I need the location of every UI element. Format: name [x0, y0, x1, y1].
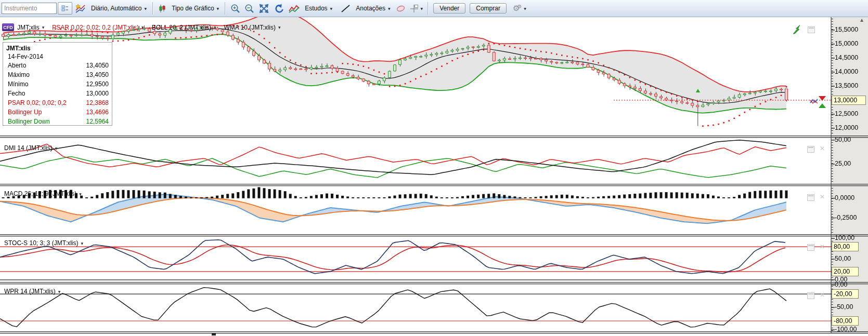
axis-label: 14,5000 [835, 54, 858, 61]
quick-trade-bolt-icon[interactable] [791, 24, 804, 34]
wpr-panel-dropdown[interactable]: WPR 14 (JMT:xlis) ▼ [4, 288, 60, 295]
wma-study-dropdown[interactable]: WMA 10 (JMT:xlis) ▼ [224, 24, 281, 31]
ohlc-tooltip: JMT:xlis 14-Fev-2014 Aberto13,4050Máximo… [3, 42, 112, 126]
dmi-panel-title: DMI 14 (JMT:xlis) [4, 144, 53, 152]
tooltip-date: 14-Fev-2014 [3, 52, 112, 61]
chevron-down-icon: ▼ [217, 7, 219, 10]
price-alert-icon [810, 98, 818, 105]
axis-price-tag: -20,00 [832, 289, 859, 299]
boll-study-dropdown[interactable]: BOLL 20; 2 (JMT:xlis) ▼ [152, 24, 216, 31]
toolbar-separator [152, 2, 153, 15]
chevron-down-icon: ▼ [81, 241, 83, 245]
axis-price-tag: -80,00 [832, 316, 859, 326]
chevron-down-icon: ▼ [330, 7, 333, 10]
chart-canvas[interactable] [0, 0, 868, 336]
crosshair-tool-icon[interactable] [410, 4, 419, 13]
axis-label: -50,00 [835, 303, 853, 311]
toolbar-separator [427, 2, 429, 15]
buy-button[interactable]: Comprar [470, 3, 507, 14]
chevron-down-icon[interactable]: ▼ [524, 7, 526, 10]
instrument-list-button[interactable] [58, 2, 72, 15]
close-panel-icon[interactable]: ✕ [820, 146, 825, 152]
close-panel-icon[interactable]: ✕ [820, 292, 825, 298]
instrument-search-input[interactable] [2, 3, 57, 14]
chevron-down-icon: ▼ [55, 146, 58, 150]
restore-panel-icon[interactable] [807, 244, 814, 251]
toolbar-separator [225, 2, 226, 15]
psar-study-dropdown[interactable]: PSAR 0,02; 0,02; 0,2 (JMT:xlis) ▼ [52, 24, 144, 31]
trendline-tool-icon[interactable] [341, 4, 351, 13]
studies-lines-icon [289, 4, 300, 13]
restore-panel-icon[interactable] [807, 292, 814, 299]
chevron-down-icon: ▼ [144, 7, 147, 10]
instrument-list-icon [61, 5, 69, 12]
axis-price-tag: 13,0000 [832, 96, 866, 105]
zoom-in-icon[interactable] [230, 4, 240, 14]
restore-panel-icon[interactable] [807, 146, 814, 153]
studies-dropdown[interactable]: Estudos ▼ [305, 5, 332, 12]
sell-price-marker-icon[interactable] [819, 96, 826, 101]
wpr-panel-title: WPR 14 (JMT:xlis) [4, 288, 56, 295]
axis-label: -100,00 [835, 326, 857, 333]
collapse-axis-icon[interactable]: ▲ [860, 18, 863, 22]
boll-study-label: BOLL 20; 2 (JMT:xlis) [152, 24, 211, 31]
tooltip-row: Bollinger Down12,5964 [3, 117, 112, 126]
wma-study-label: WMA 10 (JMT:xlis) [224, 24, 276, 31]
tooltip-symbol: JMT:xlis [3, 44, 112, 52]
pan-move-icon[interactable] [258, 4, 269, 14]
axis-label: 15,5000 [835, 26, 858, 33]
axis-label: 14,0000 [835, 68, 858, 75]
axis-label: 50,00 [835, 136, 851, 143]
annotations-dropdown[interactable]: Anotações ▼ [356, 5, 390, 12]
axis-label: 50,00 [835, 255, 851, 262]
axis-label: 0,0000 [835, 194, 854, 201]
main-chart-header: CFD JMT:xlis ▼ PSAR 0,02; 0,02; 0,2 (JMT… [2, 23, 286, 31]
axis-label: 0,00 [835, 281, 847, 288]
tooltip-row: Aberto13,4050 [3, 61, 112, 70]
restore-panel-icon[interactable] [808, 26, 815, 33]
tooltip-row: Máximo13,4050 [3, 70, 112, 79]
chevron-down-icon: ▼ [141, 25, 144, 29]
cfd-badge: CFD [2, 23, 14, 31]
add-study-icon[interactable] [74, 4, 86, 14]
close-panel-icon[interactable]: ✕ [820, 244, 825, 250]
macd-panel-title: MACD 26; 12; 9 (JMT:xlis) [4, 190, 76, 197]
zoom-out-icon[interactable] [244, 4, 254, 14]
undo-icon[interactable] [274, 4, 284, 14]
axis-label: 15,0000 [835, 40, 858, 47]
chart-type-dropdown-label: Tipo de Gráfico [172, 5, 214, 12]
symbol-label: JMT:xlis [17, 24, 40, 31]
close-panel-icon[interactable]: ✕ [820, 194, 825, 200]
chevron-down-icon: ▼ [278, 25, 281, 29]
axis-price-tag: 20,00 [832, 267, 859, 276]
axis-label: 12,5000 [835, 110, 858, 117]
dmi-panel-dropdown[interactable]: DMI 14 (JMT:xlis) ▼ [4, 144, 57, 152]
tooltip-row: Fecho13,0000 [3, 89, 112, 98]
symbol-dropdown[interactable]: JMT:xlis ▼ [17, 24, 44, 31]
sell-button[interactable]: Vender [433, 3, 465, 14]
chevron-down-icon: ▼ [388, 7, 391, 10]
stoc-panel-title: STOC-S 10; 3; 3 (JMT:xlis) [4, 239, 78, 247]
stoc-panel-dropdown[interactable]: STOC-S 10; 3; 3 (JMT:xlis) ▼ [4, 239, 83, 247]
eraser-icon[interactable] [396, 5, 406, 12]
axis-price-tag: 80,00 [832, 242, 859, 251]
chevron-down-icon: ▼ [42, 25, 45, 29]
candlestick-chart-icon [158, 4, 166, 13]
period-dropdown[interactable]: Diário, Automático ▼ [91, 5, 147, 12]
chart-type-dropdown[interactable]: Tipo de Gráfico ▼ [172, 5, 219, 12]
annotations-dropdown-label: Anotações [356, 5, 385, 12]
restore-panel-icon[interactable] [807, 194, 814, 201]
chevron-down-icon: ▼ [58, 290, 61, 293]
tooltip-rows: Aberto13,4050Máximo13,4050Mínimo12,9500F… [3, 61, 112, 126]
tooltip-row: PSAR 0,02; 0,02; 0,212,3868 [3, 98, 112, 107]
buy-price-marker-icon[interactable] [819, 103, 826, 108]
toolbar: Diário, Automático ▼ Tipo de Gráfico ▼ E… [0, 0, 868, 17]
tooltip-row: Mínimo12,9500 [3, 79, 112, 89]
trading-platform-window: Diário, Automático ▼ Tipo de Gráfico ▼ E… [0, 0, 868, 336]
chevron-down-icon: ▼ [79, 192, 82, 196]
axis-label: 25,00 [835, 160, 851, 167]
macd-panel-dropdown[interactable]: MACD 26; 12; 9 (JMT:xlis) ▼ [4, 190, 82, 197]
settings-gears-icon[interactable]: ⚙⚙ [513, 5, 522, 12]
axis-label: 13,5000 [835, 82, 858, 89]
chevron-down-icon[interactable]: ▼ [421, 7, 423, 10]
